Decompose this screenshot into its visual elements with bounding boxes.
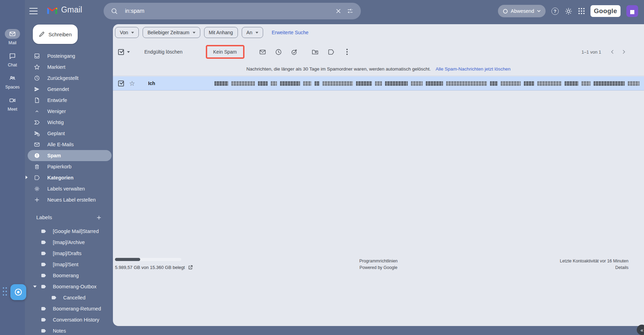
drag-handle-dots[interactable] [3,287,8,297]
chip-label: Beliebiger Zeitraum [147,30,189,35]
add-label-plus-icon[interactable] [96,215,102,221]
google-apps-grid-icon[interactable] [578,8,585,14]
spam-icon [33,152,40,159]
sidebar-item-label: Weniger [47,109,66,114]
not-spam-button[interactable]: Kein Spam [213,49,237,55]
search-input[interactable] [125,8,333,14]
chevron-up-icon [33,109,40,114]
google-widget[interactable]: Google [590,5,621,17]
sidebar-item-weniger[interactable]: Weniger [28,106,110,117]
label-item[interactable]: Boomerang [28,270,110,281]
clear-search-icon[interactable] [333,5,344,17]
expand-caret-icon[interactable] [26,176,28,179]
label-item-label: [Google Mail]Starred [53,229,99,234]
move-to-folder-icon[interactable] [311,47,320,56]
select-dropdown-caret-icon[interactable] [127,51,130,53]
sidebar-item-label: Zurückgestellt [47,75,78,81]
sidebar-item-label: Spam [47,153,61,158]
search-filter-chips: Von Beliebiger Zeitraum Mit Anhang An Er… [115,27,308,38]
label-item-label: Conversation History [53,317,99,323]
filter-chip-zeitraum[interactable]: Beliebiger Zeitraum [143,27,200,38]
label-item-label: Boomerang-Outbox [53,284,97,289]
sidebar-item-neues-label[interactable]: Neues Label erstellen [28,194,110,205]
status-circle-icon [503,9,508,14]
rail-item-mail[interactable]: Mail [0,29,25,45]
sidebar-item-wichtig[interactable]: Wichtig [28,117,110,128]
label-icon[interactable] [327,47,336,56]
sidebar-item-kategorien[interactable]: Kategorien [28,172,110,183]
activity-details-link[interactable]: Details [560,264,628,271]
label-tag-icon [41,240,47,245]
label-item-label: Cancelled [63,295,86,300]
spam-auto-delete-notice: Nachrichten, die länger als 30 Tage im S… [113,62,644,76]
label-item[interactable]: Boomerang-Outbox [28,281,110,292]
chevron-down-icon [131,32,134,34]
advanced-search-link[interactable]: Erweiterte Suche [272,30,309,35]
sidebar-item-posteingang[interactable]: Posteingang [28,50,110,62]
sidebar-item-gesendet[interactable]: Gesendet [28,84,110,95]
sidebar-item-spam[interactable]: Spam [28,150,112,161]
label-item[interactable]: [Imap]/Sent [28,259,110,270]
collapse-caret-icon[interactable] [33,286,37,288]
status-chip[interactable]: Abwesend [498,5,546,17]
label-item[interactable]: Boomerang-Returned [28,303,110,314]
rail-item-spaces[interactable]: Spaces [0,73,25,90]
rail-item-meet[interactable]: Meet [0,95,25,112]
label-tag-icon [41,251,47,256]
sidebar-item-label: Alle E-Mails [47,142,74,147]
search-bar[interactable] [104,3,361,19]
header-actions: Abwesend ? Google [498,0,638,22]
mark-read-envelope-icon[interactable] [258,47,267,56]
star-toggle-icon[interactable]: ☆ [129,80,135,87]
label-tag-icon [41,262,47,267]
compose-label: Schreiben [48,31,72,37]
hamburger-menu-icon[interactable] [29,7,38,15]
label-item[interactable]: Notes [28,325,110,335]
label-item[interactable]: [Imap]/Drafts [28,248,110,259]
collapse-corner-button[interactable]: « [637,325,644,335]
manage-labels-gear-icon [33,186,40,192]
sidebar-item-markiert[interactable]: Markiert [28,62,110,73]
older-page-chevron-icon[interactable] [621,49,627,55]
compose-button[interactable]: Schreiben [33,25,78,44]
label-item[interactable]: [Imap]/Archive [28,237,110,248]
sidebar-item-labels-verwalten[interactable]: Labels verwalten [28,183,110,194]
sidebar-item-papierkorb[interactable]: Papierkorb [28,161,110,172]
pagination: 1–1 von 1 [581,43,627,61]
label-item[interactable]: Conversation History [28,314,110,325]
sidebar-item-zurueckgestellt[interactable]: Zurückgestellt [28,73,110,84]
select-all-checkbox[interactable] [118,49,124,55]
email-row[interactable]: ☆ Ich [113,76,644,91]
label-item-label: [Imap]/Archive [53,240,85,245]
category-label-icon [33,175,40,181]
inbox-icon [33,53,40,59]
label-tag-icon [51,295,57,300]
add-to-tasks-icon[interactable] [290,47,299,56]
settings-gear-icon[interactable] [565,7,573,15]
trash-icon [33,164,40,170]
screen-recorder-button[interactable] [10,284,26,300]
filter-chip-anhang[interactable]: Mit Anhang [204,27,238,38]
sidebar-item-entwuerfe[interactable]: Entwürfe [28,95,110,106]
snooze-clock-icon[interactable] [274,47,283,56]
row-checkbox[interactable] [118,81,124,86]
record-target-icon [14,288,23,297]
search-icon[interactable] [108,5,120,17]
rail-item-chat[interactable]: Chat [0,51,25,67]
search-options-icon[interactable] [344,5,356,17]
chevron-down-icon [256,32,258,34]
delete-forever-button[interactable]: Endgültig löschen [144,49,183,55]
newer-page-chevron-icon[interactable] [609,49,616,55]
more-options-icon[interactable] [343,47,352,56]
help-icon[interactable]: ? [551,8,559,15]
filter-chip-von[interactable]: Von [115,27,139,38]
filter-chip-an[interactable]: An [242,27,263,38]
gmail-m-icon [46,5,58,15]
label-item[interactable]: [Google Mail]Starred [28,226,110,237]
delete-all-spam-link[interactable]: Alle Spam-Nachrichten jetzt löschen [436,66,511,72]
sidebar-item-alle-emails[interactable]: Alle E-Mails [28,139,110,150]
rail-label: Chat [0,63,25,67]
label-item[interactable]: Cancelled [28,292,110,303]
sidebar-item-geplant[interactable]: Geplant [28,128,110,139]
avatar[interactable] [626,5,638,17]
